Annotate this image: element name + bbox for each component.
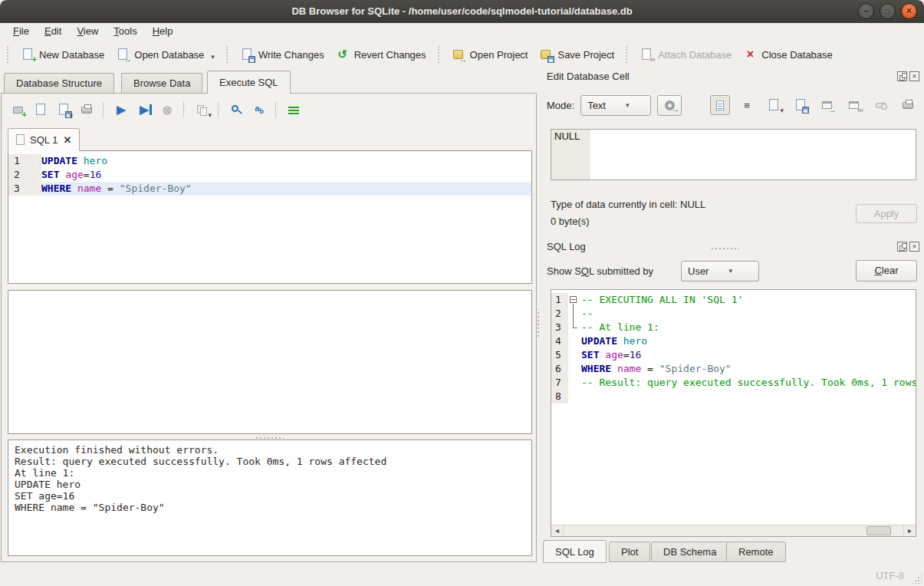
minimize-button[interactable]: – [858,3,874,19]
bottom-tab-remote[interactable]: Remote [726,542,786,562]
close-button[interactable]: × [901,3,917,19]
cell-type-label: Type of data currently in cell: NULL [551,199,705,210]
right-pane: Edit Database Cell × Mode: Text ▾ → ≡ ▾ … [541,69,924,564]
main-splitter-handle[interactable] [538,309,539,337]
close-dock-icon[interactable]: × [909,242,919,252]
execution-message[interactable]: Execution finished without errors. Resul… [8,440,532,556]
execute-line-button[interactable]: ▶ [134,100,154,120]
open-database-icon: → [117,48,129,61]
sql-log-view[interactable]: 1−-- EXECUTING ALL IN 'SQL 1'2--3-- At l… [551,289,916,537]
toggle-results-button[interactable] [284,100,304,120]
save-sql-file-button[interactable]: ▾ [54,100,74,120]
write-changes-button[interactable]: Write Changes [235,44,330,64]
auto-apply-button[interactable]: → [657,95,682,116]
menu-view[interactable]: View [69,23,106,41]
resize-grip[interactable] [911,573,922,584]
menubar: File Edit View Tools Help [0,23,924,41]
scroll-left-icon[interactable]: ◂ [551,525,564,536]
attach-database-button[interactable]: ∞ Attach Database [634,44,738,64]
results-grid[interactable] [8,290,532,434]
export-cell-button[interactable] [791,95,811,115]
import-caret-icon: ▾ [780,107,784,114]
open-external-button[interactable]: → [817,95,837,115]
tab-database-structure[interactable]: Database Structure [4,73,114,94]
copy-results-button[interactable]: ▾ [192,100,212,120]
print-icon [81,104,93,116]
clear-log-button[interactable]: Clear [856,260,917,281]
open-database-caret-icon[interactable]: ▾ [211,53,215,61]
results-splitter-handle[interactable] [256,437,284,439]
execute-all-button[interactable]: ▶ [111,100,131,120]
toolbar-separator [626,46,629,63]
open-project-button[interactable]: → Open Project [446,44,534,64]
sql-file-icon [16,134,25,145]
submitted-by-select[interactable]: User ▾ [681,261,759,281]
horizontal-scrollbar[interactable]: ◂ ▸ [551,525,916,536]
float-dock-icon[interactable] [897,242,907,252]
fold-margin [568,390,581,403]
edit-cell-dock-title: Edit Database Cell × [547,71,919,82]
sql-editor[interactable]: 1UPDATE hero2SET age=163WHERE name = "Sp… [8,150,532,284]
format-sql-button[interactable]: ab [249,100,269,120]
import-cell-button[interactable]: ▾ [764,95,784,115]
text-document-icon [714,99,726,111]
fold-marker-icon[interactable] [568,321,581,334]
fold-marker-icon[interactable] [568,307,581,321]
stop-button[interactable]: ⊗ [157,100,177,120]
tab-browse-data[interactable]: Browse Data [121,73,202,94]
text-mode-button[interactable] [710,95,730,115]
find-button[interactable] [226,100,246,120]
cell-value-editor[interactable]: NULL [551,129,916,180]
toolbar-separator [218,102,220,117]
mode-label: Mode: [547,100,574,111]
main-toolbar: + New Database → Open Database ▾ Write C… [0,41,924,68]
toolbar-separator [103,102,105,117]
bottom-tab-db-schema[interactable]: DB Schema [651,542,728,562]
open-file-icon [35,104,47,116]
line-number: 2 [8,168,35,182]
close-database-icon: × [744,48,756,61]
new-sql-tab-button[interactable]: + [8,100,28,120]
scrollbar-track[interactable] [564,525,903,536]
tab-execute-sql[interactable]: Execute SQL [207,71,291,94]
menu-help[interactable]: Help [145,23,181,41]
dock-splitter-handle[interactable] [712,248,739,249]
revert-changes-button[interactable]: ↺ Revert Changes [330,44,432,64]
sql-log-filter-row: Show SQL submitted by User ▾ [547,260,653,281]
fold-marker-icon[interactable]: − [568,293,581,307]
cell-icon-group: ≡ ▾ → ∞ [710,95,918,115]
float-dock-icon[interactable] [897,71,907,81]
bottom-tab-plot[interactable]: Plot [609,542,650,562]
scrollbar-thumb[interactable] [866,526,891,535]
mode-select[interactable]: Text ▾ [580,95,651,116]
new-database-button[interactable]: + New Database [15,44,110,64]
line-number: 7 [551,376,568,390]
menu-tools[interactable]: Tools [106,23,144,41]
save-file-caret-icon: ▾ [69,112,73,120]
bottom-tab-sql-log[interactable]: SQL Log [543,540,607,563]
print-cell-button[interactable] [898,95,918,115]
gear-arrow-icon: → [671,105,679,114]
open-sql-file-button[interactable] [31,100,51,120]
sql-tab-close-icon[interactable]: ✕ [63,134,71,146]
line-number: 4 [551,334,568,348]
cell-null-label: NULL [551,130,590,179]
sql-1-tab[interactable]: SQL 1 ✕ [8,128,80,151]
close-dock-icon[interactable]: × [909,71,919,81]
save-project-button[interactable]: Save Project [534,44,620,64]
cell-editor-area[interactable] [590,130,916,179]
copy-link-button[interactable]: ∞ [844,95,864,115]
set-null-button[interactable] [871,95,891,115]
menu-edit[interactable]: Edit [37,23,69,41]
menu-file[interactable]: File [5,23,37,41]
submitted-by-value: User [688,265,709,277]
maximize-button[interactable]: □ [880,3,896,19]
word-wrap-button[interactable]: ≡ [737,95,757,115]
apply-button[interactable]: Apply [856,204,917,223]
code-line: 2SET age=16 [8,168,531,182]
open-database-button[interactable]: → Open Database ▾ [110,44,221,64]
print-sql-button[interactable] [77,100,97,120]
scroll-right-icon[interactable]: ▸ [903,525,916,536]
print-icon [902,99,914,111]
close-database-button[interactable]: × Close Database [738,44,839,64]
